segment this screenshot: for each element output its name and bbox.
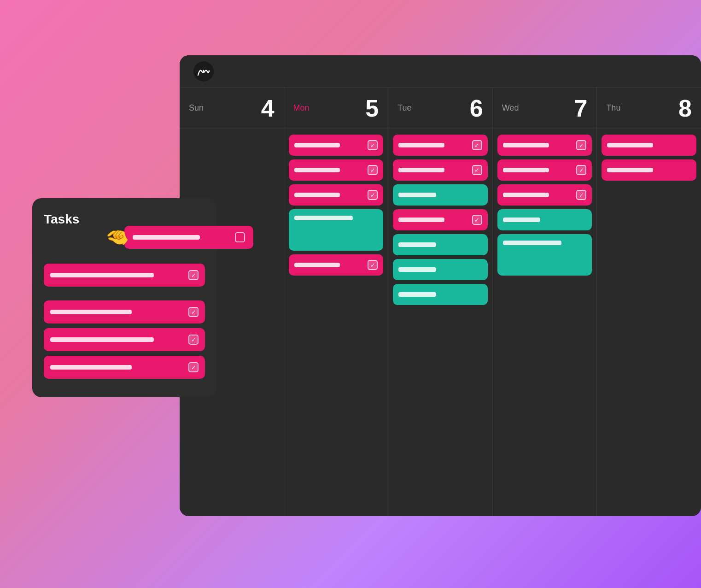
task-label bbox=[503, 241, 561, 245]
calendar-app: Sun 4 Mon 5 Tue 6 Wed 7 Thu 8 bbox=[180, 55, 701, 516]
task-checkbox[interactable]: ✓ bbox=[576, 165, 586, 175]
task-checkbox[interactable]: ✓ bbox=[576, 140, 586, 150]
check-icon: ✓ bbox=[579, 142, 584, 149]
day-column-thu bbox=[597, 129, 701, 516]
task-label bbox=[133, 235, 200, 240]
day-number-sun: 4 bbox=[261, 96, 275, 120]
check-icon: ✓ bbox=[191, 364, 196, 371]
task-card[interactable] bbox=[602, 159, 696, 181]
task-card[interactable]: ✓ bbox=[497, 184, 592, 206]
task-label bbox=[398, 267, 436, 272]
check-icon: ✓ bbox=[191, 272, 196, 279]
panel-task[interactable]: ✓ bbox=[44, 328, 205, 351]
task-label bbox=[503, 218, 541, 222]
check-icon: ✓ bbox=[370, 192, 375, 199]
task-card[interactable]: ✓ bbox=[393, 159, 488, 181]
task-card[interactable] bbox=[393, 234, 488, 255]
task-label bbox=[50, 365, 132, 370]
day-name-thu: Thu bbox=[606, 103, 620, 113]
task-checkbox[interactable]: ✓ bbox=[188, 270, 199, 280]
task-label bbox=[50, 273, 154, 277]
task-card[interactable] bbox=[393, 284, 488, 305]
panel-task[interactable]: ✓ bbox=[44, 264, 205, 287]
task-label bbox=[503, 143, 549, 147]
task-label bbox=[398, 242, 436, 247]
panel-task[interactable]: ✓ bbox=[44, 300, 205, 323]
day-name-wed: Wed bbox=[502, 103, 519, 113]
task-checkbox[interactable]: ✓ bbox=[472, 165, 482, 175]
task-card[interactable] bbox=[393, 259, 488, 280]
task-card-large[interactable] bbox=[289, 209, 384, 251]
task-label bbox=[398, 143, 444, 147]
check-icon: ✓ bbox=[370, 142, 375, 149]
task-checkbox[interactable]: ✓ bbox=[368, 165, 378, 175]
task-checkbox[interactable]: ✓ bbox=[576, 190, 586, 200]
day-header-thu: Thu 8 bbox=[597, 88, 701, 129]
check-icon: ✓ bbox=[474, 142, 479, 149]
check-icon: ✓ bbox=[474, 217, 479, 223]
panel-task[interactable]: ✓ bbox=[44, 356, 205, 379]
task-label bbox=[398, 218, 444, 222]
dragging-task[interactable]: 🤏 bbox=[106, 226, 253, 249]
day-header-wed: Wed 7 bbox=[493, 88, 597, 129]
task-card[interactable] bbox=[393, 184, 488, 206]
task-card[interactable]: ✓ bbox=[289, 159, 384, 181]
task-label bbox=[398, 168, 444, 172]
app-logo bbox=[193, 61, 214, 82]
task-card[interactable]: ✓ bbox=[393, 209, 488, 230]
day-column-mon: ✓ ✓ ✓ ✓ bbox=[284, 129, 389, 516]
app-topbar bbox=[180, 55, 701, 88]
calendar-body: ✓ ✓ ✓ ✓ ✓ bbox=[180, 129, 701, 516]
day-number-thu: 8 bbox=[678, 96, 692, 120]
check-icon: ✓ bbox=[474, 167, 479, 174]
task-card[interactable]: ✓ bbox=[289, 184, 384, 206]
task-label bbox=[294, 143, 340, 147]
day-number-tue: 6 bbox=[470, 96, 483, 120]
day-column-tue: ✓ ✓ ✓ bbox=[388, 129, 493, 516]
day-header-sun: Sun 4 bbox=[180, 88, 284, 129]
calendar-header: Sun 4 Mon 5 Tue 6 Wed 7 Thu 8 bbox=[180, 88, 701, 129]
day-column-wed: ✓ ✓ ✓ bbox=[493, 129, 597, 516]
task-label bbox=[398, 193, 436, 197]
task-label bbox=[294, 216, 353, 220]
task-card[interactable]: ✓ bbox=[497, 159, 592, 181]
task-label bbox=[294, 263, 340, 267]
task-checkbox[interactable]: ✓ bbox=[368, 140, 378, 150]
task-card[interactable]: ✓ bbox=[497, 135, 592, 156]
task-label bbox=[294, 168, 340, 172]
day-header-tue: Tue 6 bbox=[388, 88, 493, 129]
task-checkbox[interactable]: ✓ bbox=[472, 215, 482, 225]
task-label bbox=[607, 168, 653, 172]
task-label bbox=[607, 143, 653, 147]
task-checkbox[interactable]: ✓ bbox=[188, 362, 199, 372]
task-checkbox[interactable]: ✓ bbox=[188, 307, 199, 317]
task-card[interactable]: ✓ bbox=[393, 135, 488, 156]
task-label bbox=[398, 292, 436, 297]
check-icon: ✓ bbox=[579, 192, 584, 199]
drag-checkbox[interactable] bbox=[235, 232, 245, 242]
task-label bbox=[50, 310, 132, 314]
task-checkbox[interactable]: ✓ bbox=[368, 190, 378, 200]
day-header-mon: Mon 5 bbox=[284, 88, 389, 129]
task-label bbox=[50, 337, 154, 342]
check-icon: ✓ bbox=[191, 336, 196, 343]
task-checkbox[interactable]: ✓ bbox=[368, 260, 378, 270]
task-label bbox=[294, 193, 340, 197]
task-card[interactable] bbox=[602, 135, 696, 156]
task-card-large[interactable] bbox=[497, 234, 592, 276]
task-card[interactable]: ✓ bbox=[289, 254, 384, 276]
check-icon: ✓ bbox=[370, 167, 375, 174]
task-card[interactable]: ✓ bbox=[289, 135, 384, 156]
spacer bbox=[44, 291, 205, 300]
task-card[interactable] bbox=[497, 209, 592, 230]
task-checkbox[interactable]: ✓ bbox=[188, 335, 199, 345]
task-checkbox[interactable]: ✓ bbox=[472, 140, 482, 150]
day-number-wed: 7 bbox=[574, 96, 587, 120]
day-name-tue: Tue bbox=[397, 103, 411, 113]
day-name-sun: Sun bbox=[189, 103, 204, 113]
check-icon: ✓ bbox=[579, 167, 584, 174]
check-icon: ✓ bbox=[191, 309, 196, 316]
day-number-mon: 5 bbox=[365, 96, 379, 120]
drag-card[interactable] bbox=[124, 226, 253, 249]
day-name-mon: Mon bbox=[293, 103, 310, 113]
